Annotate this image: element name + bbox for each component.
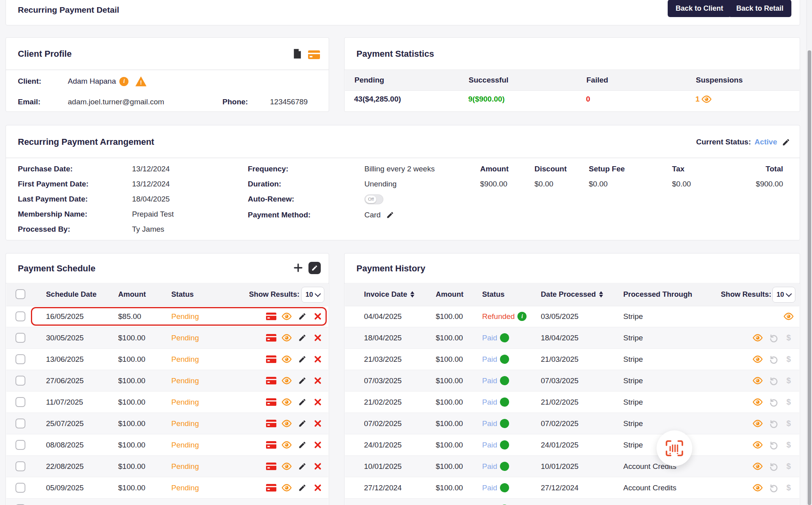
- edit-status-pencil-icon[interactable]: [781, 137, 791, 147]
- delete-x-icon[interactable]: [312, 354, 323, 365]
- refund-info-icon[interactable]: [500, 333, 509, 342]
- retry-refresh-icon[interactable]: [768, 333, 778, 343]
- retry-refresh-icon[interactable]: [768, 397, 778, 407]
- charge-card-icon[interactable]: [266, 440, 276, 450]
- edit-payment-method-pencil-icon[interactable]: [385, 210, 395, 220]
- bulk-edit-icon[interactable]: [308, 262, 321, 274]
- charge-dollar-icon[interactable]: $: [783, 419, 794, 429]
- view-eye-icon[interactable]: [282, 419, 292, 429]
- back-to-client-button[interactable]: Back to Client: [668, 0, 731, 17]
- retry-refresh-icon[interactable]: [768, 440, 778, 450]
- refund-info-icon[interactable]: [500, 419, 509, 428]
- view-eye-icon[interactable]: [753, 461, 763, 472]
- refund-info-icon[interactable]: [500, 462, 509, 471]
- view-eye-icon[interactable]: [282, 376, 292, 386]
- delete-x-icon[interactable]: [312, 397, 323, 407]
- row-checkbox[interactable]: [15, 354, 25, 364]
- delete-x-icon[interactable]: [312, 440, 323, 450]
- view-eye-icon[interactable]: [282, 483, 292, 493]
- add-schedule-plus-icon[interactable]: [293, 263, 303, 273]
- edit-pencil-icon[interactable]: [297, 376, 307, 386]
- charge-card-icon[interactable]: [266, 354, 276, 365]
- edit-pencil-icon[interactable]: [297, 354, 307, 365]
- row-checkbox[interactable]: [15, 376, 25, 386]
- charge-dollar-icon[interactable]: $: [783, 333, 794, 343]
- refund-info-icon[interactable]: i: [517, 312, 527, 321]
- back-to-retail-button[interactable]: Back to Retail: [728, 0, 791, 17]
- view-eye-icon[interactable]: [282, 461, 292, 472]
- charge-card-icon[interactable]: [266, 333, 276, 343]
- row-checkbox[interactable]: [15, 419, 25, 428]
- history-show-results-select[interactable]: 10: [772, 287, 795, 303]
- delete-x-icon[interactable]: [312, 483, 323, 493]
- delete-x-icon[interactable]: [312, 311, 323, 322]
- client-name[interactable]: Adam Hapana: [68, 74, 116, 89]
- view-eye-icon[interactable]: [753, 397, 763, 407]
- edit-pencil-icon[interactable]: [297, 483, 307, 493]
- view-eye-icon[interactable]: [753, 419, 763, 429]
- page-scrollbar-track[interactable]: [806, 0, 812, 505]
- view-eye-icon[interactable]: [753, 376, 763, 386]
- delete-x-icon[interactable]: [312, 376, 323, 386]
- edit-pencil-icon[interactable]: [297, 440, 307, 450]
- charge-dollar-icon[interactable]: $: [783, 354, 794, 365]
- suspensions-eye-icon[interactable]: [701, 94, 712, 104]
- auto-renew-toggle[interactable]: Off: [364, 194, 383, 204]
- sort-date-processed-icon[interactable]: [599, 291, 603, 298]
- refund-info-icon[interactable]: [500, 355, 509, 364]
- charge-dollar-icon[interactable]: $: [783, 440, 794, 450]
- refund-info-icon[interactable]: [500, 440, 509, 449]
- view-eye-icon[interactable]: [282, 440, 292, 450]
- delete-x-icon[interactable]: [312, 333, 323, 343]
- sort-invoice-date-icon[interactable]: [410, 291, 414, 298]
- charge-card-icon[interactable]: [266, 483, 276, 493]
- charge-card-icon[interactable]: [266, 461, 276, 472]
- view-eye-icon[interactable]: [753, 333, 763, 343]
- row-checkbox[interactable]: [15, 483, 25, 493]
- view-eye-icon[interactable]: [753, 440, 763, 450]
- view-eye-icon[interactable]: [282, 397, 292, 407]
- row-checkbox[interactable]: [15, 440, 25, 450]
- row-checkbox[interactable]: [15, 333, 25, 343]
- retry-refresh-icon[interactable]: [768, 354, 778, 365]
- charge-dollar-icon[interactable]: $: [783, 376, 794, 386]
- delete-x-icon[interactable]: [312, 419, 323, 429]
- retry-refresh-icon[interactable]: [768, 376, 778, 386]
- row-checkbox[interactable]: [15, 311, 25, 321]
- charge-card-icon[interactable]: [266, 376, 276, 386]
- page-scrollbar-thumb[interactable]: [808, 50, 811, 505]
- view-eye-icon[interactable]: [783, 311, 794, 322]
- view-eye-icon[interactable]: [282, 311, 292, 322]
- retry-refresh-icon[interactable]: [768, 461, 778, 472]
- charge-dollar-icon[interactable]: $: [783, 397, 794, 407]
- delete-x-icon[interactable]: [312, 461, 323, 472]
- edit-pencil-icon[interactable]: [297, 461, 307, 472]
- edit-pencil-icon[interactable]: [297, 397, 307, 407]
- view-eye-icon[interactable]: [282, 354, 292, 365]
- edit-pencil-icon[interactable]: [297, 419, 307, 429]
- refund-info-icon[interactable]: [500, 397, 509, 407]
- refund-info-icon[interactable]: [500, 483, 509, 492]
- row-checkbox[interactable]: [15, 461, 25, 471]
- charge-card-icon[interactable]: [266, 397, 276, 407]
- refund-info-icon[interactable]: [500, 376, 509, 385]
- row-checkbox[interactable]: [15, 397, 25, 407]
- client-info-icon[interactable]: i: [119, 77, 128, 86]
- document-icon[interactable]: [292, 48, 303, 59]
- retry-refresh-icon[interactable]: [768, 483, 778, 493]
- client-warning-icon[interactable]: !: [135, 77, 146, 86]
- charge-card-icon[interactable]: [266, 311, 276, 322]
- charge-card-icon[interactable]: [266, 419, 276, 429]
- retry-refresh-icon[interactable]: [768, 419, 778, 429]
- card-icon[interactable]: [308, 50, 320, 60]
- view-eye-icon[interactable]: [753, 354, 763, 365]
- select-all-checkbox[interactable]: [15, 289, 25, 299]
- barcode-scan-button[interactable]: [657, 430, 692, 466]
- view-eye-icon[interactable]: [753, 483, 763, 493]
- charge-dollar-icon[interactable]: $: [783, 483, 794, 493]
- edit-pencil-icon[interactable]: [297, 311, 307, 322]
- charge-dollar-icon[interactable]: $: [783, 461, 794, 472]
- col-date-processed[interactable]: Date Processed: [541, 283, 603, 306]
- show-results-select[interactable]: 10: [301, 287, 324, 303]
- edit-pencil-icon[interactable]: [297, 333, 307, 343]
